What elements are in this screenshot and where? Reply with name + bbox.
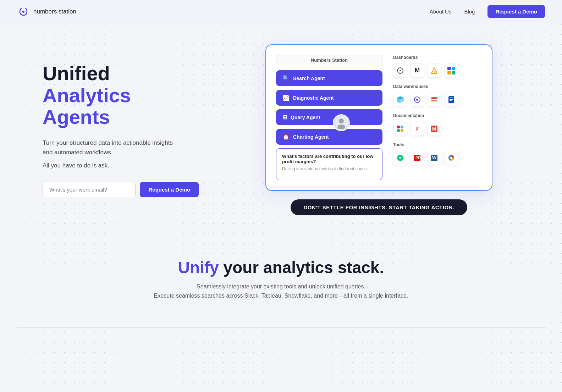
unify-section: Unify your analytics stack. Seamlessly i…	[0, 230, 562, 320]
section2-title-colored: Unify	[178, 258, 219, 277]
svg-point-2	[337, 125, 345, 129]
tools-label: Tools	[393, 142, 482, 147]
dashboards-label: Dashboards	[393, 55, 482, 60]
svg-rect-21	[450, 99, 453, 100]
hero-desc2: All you have to do is ask.	[43, 162, 199, 169]
section2-title-plain: your analytics stack.	[219, 258, 384, 277]
svg-point-1	[339, 118, 344, 123]
svg-rect-17	[431, 100, 437, 101]
hero-form: Request a Demo	[43, 182, 199, 197]
query-agent-icon: ⊞	[282, 114, 287, 121]
search-agent-label: Search Agent	[293, 76, 325, 81]
svg-point-0	[22, 11, 24, 13]
doc-icon-3: M	[427, 122, 441, 136]
product-card: Numbers Station 🔍 Search Agent 📈 Diagnos…	[265, 44, 492, 191]
svg-point-4	[400, 70, 401, 71]
integrations-panel: Dashboards M ⚡	[390, 55, 482, 180]
svg-rect-26	[401, 129, 403, 132]
svg-rect-20	[450, 98, 453, 98]
avatar	[333, 114, 350, 131]
documentation-section: Documentation ✗ M	[393, 113, 482, 136]
tools-icons: PP W	[393, 151, 482, 165]
tools-section: Tools PP W	[393, 142, 482, 165]
section2-desc1: Seamlessly integrate your existing tools…	[17, 283, 545, 290]
tool-icon-4	[444, 151, 458, 165]
search-agent-button[interactable]: 🔍 Search Agent	[276, 70, 382, 86]
svg-text:W: W	[432, 155, 437, 160]
nav-links: About Us Blog Request a Demo	[430, 5, 545, 18]
dashboard-icon-4	[444, 64, 458, 78]
svg-point-18	[431, 97, 437, 99]
hero-right: Numbers Station 🔍 Search Agent 📈 Diagnos…	[213, 44, 545, 215]
documentation-icons: ✗ M	[393, 122, 482, 136]
section2-desc2: Execute seamless searches across Slack, …	[17, 293, 545, 299]
chat-box: What's factors are contributing to our l…	[276, 148, 382, 180]
hero-request-demo-button[interactable]: Request a Demo	[140, 182, 199, 197]
warehouse-icon-4	[444, 93, 458, 107]
logo-text: numbers station	[33, 8, 76, 15]
nav-about[interactable]: About Us	[430, 9, 452, 15]
navbar: numbers station About Us Blog Request a …	[0, 0, 562, 23]
svg-rect-8	[452, 67, 455, 70]
dashboards-section: Dashboards M ⚡	[393, 55, 482, 78]
dashboard-icon-3: ⚡	[427, 64, 441, 78]
tool-icon-2: PP	[410, 151, 424, 165]
warehouse-icon-1	[393, 93, 407, 107]
charting-agent-icon: ⏰	[282, 133, 290, 140]
hero-section: Unified Analytics Agents Turn your struc…	[0, 23, 562, 230]
diagnostic-agent-button[interactable]: 📈 Diagnostic Agent	[276, 90, 382, 106]
svg-text:⚡: ⚡	[433, 70, 437, 74]
query-agent-button[interactable]: ⊞ Query Agent	[276, 109, 382, 125]
hero-desc1: Turn your structured data into actionabl…	[43, 138, 199, 157]
svg-rect-25	[397, 129, 400, 132]
email-input[interactable]	[43, 182, 136, 197]
nav-request-demo-button[interactable]: Request a Demo	[487, 5, 545, 18]
charting-agent-label: Charting Agent	[293, 134, 329, 140]
doc-icon-2: ✗	[410, 122, 424, 136]
svg-rect-9	[447, 71, 451, 74]
tool-icon-3: W	[427, 151, 441, 165]
warehouses-icons	[393, 93, 482, 107]
dashboard-icon-1	[393, 64, 407, 78]
chat-question: What's factors are contributing to our l…	[282, 154, 376, 164]
action-banner-text: DON'T SETTLE FOR INSIGHTS. START TAKING …	[291, 199, 467, 215]
svg-rect-7	[447, 67, 451, 70]
chat-answer: Drilling into various metrics to find ro…	[282, 166, 376, 171]
svg-text:PP: PP	[415, 156, 421, 160]
svg-rect-23	[397, 126, 400, 128]
tool-icon-1	[393, 151, 407, 165]
charting-agent-button[interactable]: ⏰ Charting Agent	[276, 129, 382, 145]
hero-left: Unified Analytics Agents Turn your struc…	[43, 62, 199, 197]
logo[interactable]: numbers station	[17, 5, 76, 18]
hero-title-colored: Analytics Agents	[43, 84, 199, 128]
svg-rect-24	[401, 126, 403, 128]
bottom-divider	[17, 327, 545, 328]
query-agent-label: Query Agent	[291, 115, 320, 120]
hero-title-plain: Unified	[43, 62, 199, 84]
agent-panel: Numbers Station 🔍 Search Agent 📈 Diagnos…	[276, 55, 382, 180]
warehouse-icon-2	[410, 93, 424, 107]
svg-text:M: M	[432, 126, 436, 132]
nav-blog[interactable]: Blog	[464, 9, 475, 15]
diagnostic-agent-icon: 📈	[282, 94, 290, 101]
dashboard-icon-2: M	[410, 64, 424, 78]
svg-rect-10	[452, 71, 455, 74]
section2-title: Unify your analytics stack.	[17, 258, 545, 277]
doc-icon-1	[393, 122, 407, 136]
numbers-station-label: Numbers Station	[276, 55, 382, 65]
search-agent-icon: 🔍	[282, 75, 290, 82]
svg-point-35	[450, 157, 452, 159]
dashboards-icons: M ⚡	[393, 64, 482, 78]
warehouses-section: Data warehouses	[393, 84, 482, 107]
svg-point-15	[416, 99, 418, 101]
warehouses-label: Data warehouses	[393, 84, 482, 89]
action-banner: DON'T SETTLE FOR INSIGHTS. START TAKING …	[265, 199, 492, 215]
diagnostic-agent-label: Diagnostic Agent	[293, 95, 334, 101]
svg-rect-22	[450, 100, 452, 101]
warehouse-icon-3	[427, 93, 441, 107]
documentation-label: Documentation	[393, 113, 482, 118]
logo-icon	[17, 5, 30, 18]
